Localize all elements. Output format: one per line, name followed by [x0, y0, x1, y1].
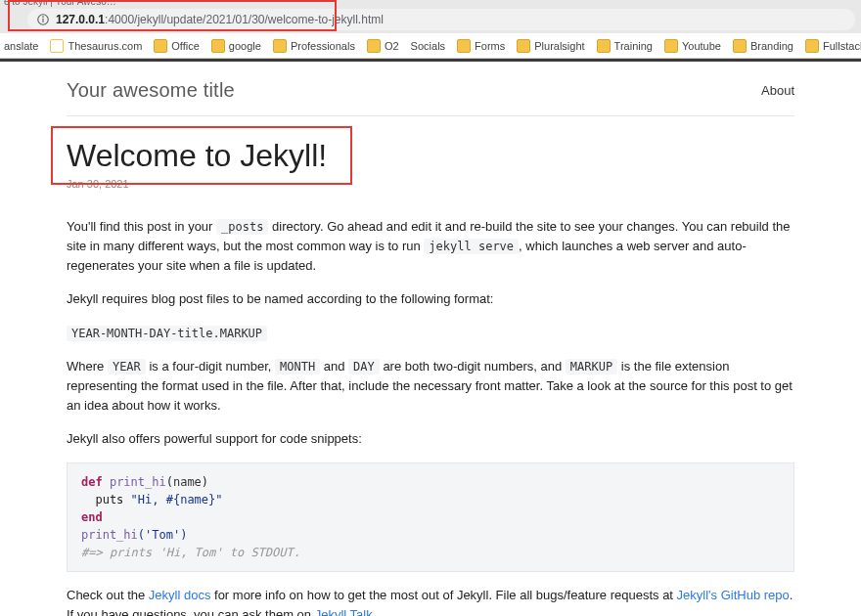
paragraph: You'll find this post in your _posts dir… [67, 217, 794, 276]
folder-icon [211, 39, 225, 53]
folder-icon [50, 39, 64, 53]
site-header: Your awesome title About [67, 62, 794, 116]
post-title: Welcome to Jekyll! [67, 138, 794, 174]
bookmark-item[interactable]: Training [597, 39, 653, 53]
jekyll-docs-link[interactable]: Jekyll docs [149, 588, 211, 602]
post-content: You'll find this post in your _posts dir… [67, 217, 794, 616]
paragraph: Where YEAR is a four-digit number, MONTH… [67, 357, 794, 416]
folder-icon [517, 39, 530, 53]
inline-code: DAY [348, 359, 380, 374]
inline-code: YEAR [108, 359, 146, 374]
bookmark-item[interactable]: Branding [733, 39, 793, 53]
url-host: 127.0.0.1 [56, 13, 105, 26]
folder-icon [154, 39, 167, 53]
bookmark-item[interactable]: Forms [457, 39, 505, 53]
folder-icon [733, 39, 747, 53]
folder-icon [597, 39, 611, 53]
folder-icon [805, 39, 819, 53]
info-icon [36, 13, 50, 26]
site-nav: About [761, 83, 794, 98]
paragraph: YEAR-MONTH-DAY-title.MARKUP [67, 324, 794, 343]
page-content: Your awesome title About Welcome to Jeky… [39, 62, 822, 616]
paragraph: Check out the Jekyll docs for more info … [67, 586, 794, 616]
address-bar-row: 127.0.0.1:4000/jekyll/update/2021/01/30/… [0, 6, 861, 33]
folder-icon [367, 39, 381, 53]
paragraph: Jekyll also offers powerful support for … [67, 429, 794, 449]
tab-strip: e to Jekyll | Your Aweso… [0, 0, 861, 6]
code-block: def print_hi(name) puts "Hi, #{name}" en… [67, 462, 794, 572]
site-title[interactable]: Your awesome title [67, 79, 235, 102]
bookmark-item[interactable]: O2 [367, 39, 399, 53]
svg-point-2 [43, 17, 44, 18]
url-path: :4000/jekyll/update/2021/01/30/welcome-t… [105, 13, 384, 26]
nav-back-icon[interactable] [6, 11, 23, 28]
bookmark-item[interactable]: Professionals [273, 39, 355, 53]
inline-code: YEAR-MONTH-DAY-title.MARKUP [67, 326, 267, 341]
nav-about-link[interactable]: About [761, 83, 794, 98]
bookmark-bar: anslate Thesaurus.com Office google Prof… [0, 33, 861, 59]
address-bar[interactable]: 127.0.0.1:4000/jekyll/update/2021/01/30/… [27, 9, 855, 30]
bookmark-item[interactable]: Socials [411, 40, 445, 52]
bookmark-item[interactable]: Thesaurus.com [50, 39, 142, 53]
inline-code: jekyll serve [424, 239, 519, 254]
bookmark-item[interactable]: anslate [4, 40, 38, 52]
jekyll-repo-link[interactable]: Jekyll's GitHub repo [677, 588, 790, 602]
post-date: Jan 30, 2021 [67, 178, 794, 190]
bookmark-item[interactable]: Office [154, 39, 200, 53]
bookmark-item[interactable]: Youtube [664, 39, 721, 53]
paragraph: Jekyll requires blog post files to be na… [67, 289, 794, 309]
jekyll-talk-link[interactable]: Jekyll Talk [315, 607, 373, 616]
inline-code: MONTH [275, 359, 320, 374]
folder-icon [457, 39, 471, 53]
post-header: Welcome to Jekyll! Jan 30, 2021 [67, 138, 794, 190]
inline-code: _posts [216, 219, 268, 235]
browser-chrome: e to Jekyll | Your Aweso… 127.0.0.1:4000… [0, 0, 861, 33]
folder-icon [273, 39, 287, 53]
bookmark-item[interactable]: google [211, 39, 261, 53]
folder-icon [664, 39, 678, 53]
bookmark-item[interactable]: Fullstackmaster [805, 39, 861, 53]
bookmark-item[interactable]: Pluralsight [517, 39, 584, 53]
inline-code: MARKUP [566, 359, 617, 374]
tab-title-fragment[interactable]: e to Jekyll | Your Aweso… [4, 0, 116, 7]
